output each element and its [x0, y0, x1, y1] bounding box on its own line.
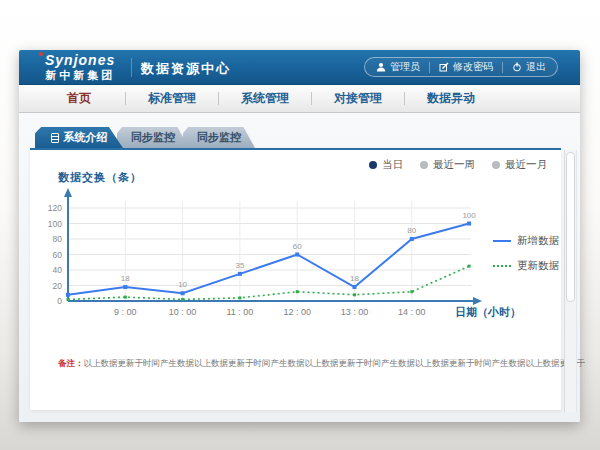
svg-text:20: 20: [53, 281, 63, 291]
logout-button[interactable]: 退出: [512, 60, 546, 74]
pill-divider: [429, 62, 430, 73]
power-icon: [512, 62, 522, 72]
radio-dot-icon: [420, 161, 428, 169]
svg-text:11 : 00: 11 : 00: [226, 307, 253, 317]
svg-text:80: 80: [407, 226, 416, 235]
svg-text:10: 10: [178, 280, 187, 289]
user-toolbar: 管理员 修改密码 退出: [364, 57, 558, 77]
app-title: 数据资源中心: [141, 60, 231, 78]
document-icon: [51, 133, 59, 143]
note-text: 以上数据更新于时间产生数据以上数据更新于时间产生数据以上数据更新于时间产生数据以…: [84, 358, 586, 368]
nav-item-home[interactable]: 首页: [33, 90, 125, 107]
svg-text:13 : 00: 13 : 00: [341, 307, 369, 317]
svg-text:18: 18: [121, 274, 130, 283]
chart-legend: 新增数据 更新数据: [493, 234, 559, 273]
page-background: Synjones 新中新集团 数据资源中心 管理员 修改密码: [0, 0, 600, 450]
user-icon: [376, 62, 386, 72]
vertical-scrollbar[interactable]: [564, 150, 577, 412]
scrollbar-thumb[interactable]: [566, 152, 575, 302]
svg-text:14 : 00: 14 : 00: [398, 307, 426, 317]
svg-text:60: 60: [293, 242, 302, 251]
radio-last-week[interactable]: 最近一周: [420, 158, 475, 172]
nav-item-standard-mgmt[interactable]: 标准管理: [126, 90, 218, 107]
line-chart: 0204060801001209 : 0010 : 0011 : 0012 : …: [34, 185, 524, 340]
logo-red-dot-icon: [39, 52, 43, 56]
svg-text:100: 100: [48, 219, 62, 229]
y-axis-title: 数据交换（条）: [58, 170, 142, 185]
solid-line-swatch-icon: [493, 240, 511, 242]
legend-item-new-data[interactable]: 新增数据: [493, 234, 559, 248]
logo-company-name: 新中新集团: [45, 68, 115, 83]
tab-system-intro[interactable]: 系统介绍: [35, 127, 123, 148]
tab-sync-monitor-2[interactable]: 同步监控: [183, 127, 255, 148]
brand-logo: Synjones 新中新集团: [45, 52, 115, 83]
top-header: Synjones 新中新集团 数据资源中心 管理员 修改密码: [19, 50, 580, 85]
radio-today[interactable]: 当日: [369, 158, 403, 172]
note-prefix: 备注：: [58, 358, 84, 368]
radio-dot-icon: [369, 161, 377, 169]
time-range-filter: 当日 最近一周 最近一月: [369, 158, 547, 172]
footer-note: 备注：以上数据更新于时间产生数据以上数据更新于时间产生数据以上数据更新于时间产生…: [58, 358, 558, 370]
legend-item-updated-data[interactable]: 更新数据: [493, 259, 559, 273]
svg-text:40: 40: [53, 265, 63, 275]
svg-text:35: 35: [235, 261, 244, 270]
tab-sync-monitor-1[interactable]: 同步监控: [117, 127, 189, 148]
chart-canvas: 0204060801001209 : 0010 : 0011 : 0012 : …: [34, 185, 524, 340]
main-nav: 首页 标准管理 系统管理 对接管理 数据异动: [19, 85, 580, 113]
radio-last-month[interactable]: 最近一月: [492, 158, 547, 172]
dotted-line-swatch-icon: [493, 265, 511, 267]
change-password-button[interactable]: 修改密码: [439, 60, 493, 74]
svg-text:100: 100: [462, 211, 476, 220]
x-axis-title: 日期（小时）: [455, 305, 521, 320]
pill-divider: [502, 62, 503, 73]
svg-text:18: 18: [350, 274, 359, 283]
edit-icon: [439, 62, 449, 72]
app-window: Synjones 新中新集团 数据资源中心 管理员 修改密码: [19, 50, 580, 422]
header-divider: [131, 58, 132, 77]
content-area: 系统介绍 同步监控 同步监控 当日 最近一周: [19, 113, 580, 422]
svg-text:80: 80: [53, 234, 63, 244]
svg-text:10 : 00: 10 : 00: [169, 307, 197, 317]
logo-wordmark: Synjones: [45, 52, 115, 68]
svg-text:0: 0: [57, 296, 62, 306]
svg-text:60: 60: [53, 250, 63, 260]
radio-dot-icon: [492, 161, 500, 169]
svg-text:12 : 00: 12 : 00: [283, 307, 311, 317]
current-user[interactable]: 管理员: [376, 60, 420, 74]
nav-item-system-mgmt[interactable]: 系统管理: [219, 90, 311, 107]
chart-panel: 当日 最近一周 最近一月 数据交换（条） 0204060801001209 : …: [30, 148, 561, 410]
nav-item-interface-mgmt[interactable]: 对接管理: [312, 90, 404, 107]
svg-text:9 : 00: 9 : 00: [114, 307, 137, 317]
tab-bar: 系统介绍 同步监控 同步监控: [35, 127, 255, 148]
svg-text:120: 120: [48, 203, 62, 213]
nav-item-data-change[interactable]: 数据异动: [405, 90, 497, 107]
